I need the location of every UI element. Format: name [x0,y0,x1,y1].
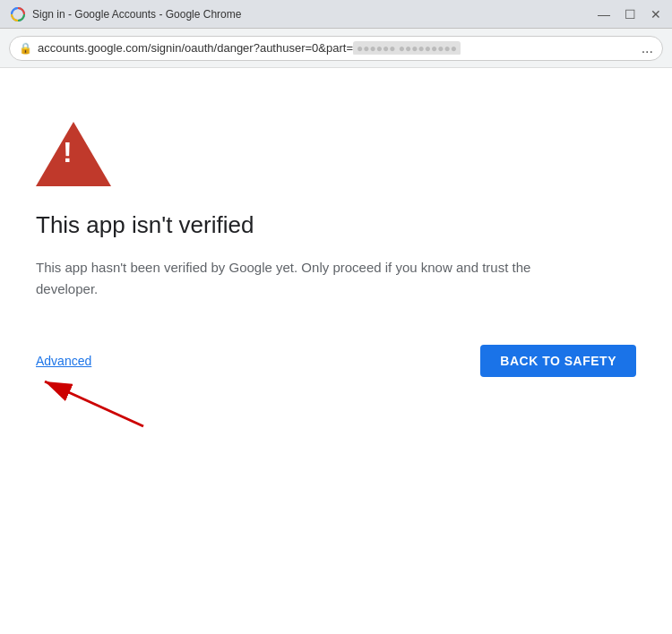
warning-icon-container [36,122,636,190]
arrow-annotation [27,373,170,448]
minimize-button[interactable]: — [598,8,610,21]
window-title: Sign in - Google Accounts - Google Chrom… [32,8,241,21]
address-bar[interactable]: 🔒 accounts.google.com/signin/oauth/dange… [9,36,663,61]
page-heading: This app isn't verified [36,211,636,239]
page-description: This app hasn't been verified by Google … [36,257,556,300]
page-content: This app isn't verified This app hasn't … [0,68,672,634]
window-title-area: Sign in - Google Accounts - Google Chrom… [11,7,241,21]
warning-triangle-icon [36,122,111,186]
action-row: Advanced BACK TO SAFETY [36,345,636,377]
maximize-button[interactable]: ☐ [625,8,636,21]
window-chrome: Sign in - Google Accounts - Google Chrom… [0,0,672,29]
more-options-icon[interactable]: ... [642,40,653,56]
browser-favicon [11,7,25,21]
close-button[interactable]: ✕ [650,8,661,21]
address-bar-area: 🔒 accounts.google.com/signin/oauth/dange… [0,29,672,68]
svg-line-2 [45,381,143,426]
advanced-link[interactable]: Advanced [36,354,91,368]
url-text: accounts.google.com/signin/oauth/danger?… [38,41,633,55]
back-to-safety-button[interactable]: BACK TO SAFETY [480,345,636,377]
window-controls[interactable]: — ☐ ✕ [598,8,661,21]
lock-icon: 🔒 [19,42,32,55]
